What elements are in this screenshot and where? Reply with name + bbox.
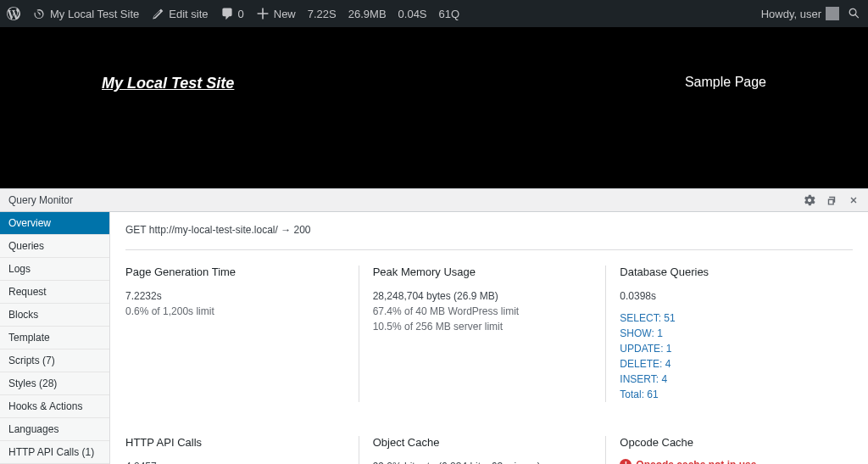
tab-request[interactable]: Request <box>0 281 109 304</box>
mem-sub2: 10.5% of 256 MB server limit <box>373 319 593 334</box>
tab-http-api[interactable]: HTTP API Calls (1) <box>0 441 109 464</box>
dbq-heading: Database Queries <box>620 266 839 278</box>
tab-styles[interactable]: Styles (28) <box>0 372 109 395</box>
comments-count: 0 <box>238 8 244 20</box>
mem-value: 28,248,704 bytes (26.9 MB) <box>373 288 593 304</box>
tab-scripts[interactable]: Scripts (7) <box>0 349 109 372</box>
qm-panel: Overview Queries Logs Request Blocks Tem… <box>0 212 868 464</box>
wp-logo-icon[interactable] <box>7 7 20 20</box>
mem-heading: Peak Memory Usage <box>373 266 593 278</box>
new-link[interactable]: New <box>256 7 296 20</box>
site-hero: My Local Test Site Sample Page <box>0 27 868 188</box>
pgt-heading: Page Generation Time <box>125 266 345 278</box>
col-http: HTTP API Calls 4.0457s Total: 1 <box>125 436 359 464</box>
col-db: Database Queries 0.0398s SELECT: 51 SHOW… <box>606 266 853 402</box>
http-value: 4.0457s <box>125 459 345 464</box>
request-line: GET http://my-local-test-site.local/ → 2… <box>125 224 853 250</box>
settings-icon[interactable] <box>804 194 815 206</box>
edit-site-label: Edit site <box>169 8 208 20</box>
new-label: New <box>274 8 296 20</box>
dbq-delete[interactable]: DELETE: 4 <box>620 356 839 372</box>
qm-memory[interactable]: 26.9MB <box>348 8 387 20</box>
tab-hooks[interactable]: Hooks & Actions <box>0 395 109 418</box>
qm-queries[interactable]: 61Q <box>439 8 460 20</box>
qm-content[interactable]: GET http://my-local-test-site.local/ → 2… <box>110 212 868 464</box>
tab-logs[interactable]: Logs <box>0 258 109 281</box>
qm-time[interactable]: 7.22S <box>308 8 337 20</box>
tab-languages[interactable]: Languages <box>0 418 109 441</box>
howdy-label: Howdy, user <box>761 8 821 20</box>
edit-site-link[interactable]: Edit site <box>151 7 208 20</box>
qm-sidebar[interactable]: Overview Queries Logs Request Blocks Tem… <box>0 212 110 464</box>
howdy-user[interactable]: Howdy, user <box>761 7 839 20</box>
dbq-time: 0.0398s <box>620 288 839 304</box>
ocache-value: 99.0% hit rate (6,234 hits, 63 misses) <box>373 459 593 464</box>
warning-icon: ! <box>620 459 632 464</box>
site-title-link[interactable]: My Local Test Site <box>102 75 234 92</box>
opcode-heading: Opcode Cache <box>620 436 839 449</box>
dbq-insert[interactable]: INSERT: 4 <box>620 372 839 387</box>
admin-bar: My Local Test Site Edit site 0 New 7.22S… <box>0 0 868 27</box>
nav-sample-page[interactable]: Sample Page <box>685 75 766 90</box>
tab-blocks[interactable]: Blocks <box>0 304 109 327</box>
col-memory: Peak Memory Usage 28,248,704 bytes (26.9… <box>359 266 607 402</box>
tab-overview[interactable]: Overview <box>0 212 109 235</box>
close-icon[interactable] <box>848 194 860 206</box>
dbq-update[interactable]: UPDATE: 1 <box>620 341 839 356</box>
pgt-sub: 0.6% of 1,200s limit <box>125 304 345 319</box>
http-heading: HTTP API Calls <box>125 436 345 449</box>
tab-queries[interactable]: Queries <box>0 235 109 258</box>
dbq-total[interactable]: Total: 61 <box>620 387 839 402</box>
col-page-gen: Page Generation Time 7.2232s 0.6% of 1,2… <box>125 266 359 402</box>
comments-link[interactable]: 0 <box>220 7 244 20</box>
search-icon[interactable] <box>848 7 861 20</box>
qm-title-label: Query Monitor <box>8 194 73 206</box>
ocache-heading: Object Cache <box>373 436 593 449</box>
dashboard-menu[interactable]: My Local Test Site <box>32 7 139 20</box>
site-name-label: My Local Test Site <box>50 8 139 20</box>
mem-sub1: 67.4% of 40 MB WordPress limit <box>373 304 593 319</box>
dbq-show[interactable]: SHOW: 1 <box>620 326 839 341</box>
popout-icon[interactable] <box>826 194 837 206</box>
col-opcode: Opcode Cache ! Opcode cache not in use S… <box>606 436 853 464</box>
qm-dbtime[interactable]: 0.04S <box>398 8 427 20</box>
tab-template[interactable]: Template <box>0 327 109 349</box>
avatar <box>826 7 839 20</box>
pgt-value: 7.2232s <box>125 288 345 304</box>
dbq-select[interactable]: SELECT: 51 <box>620 310 839 326</box>
qm-titlebar: Query Monitor <box>0 188 868 212</box>
opcode-warn: Opcode cache not in use <box>636 459 756 464</box>
col-ocache: Object Cache 99.0% hit rate (6,234 hits,… <box>359 436 607 464</box>
